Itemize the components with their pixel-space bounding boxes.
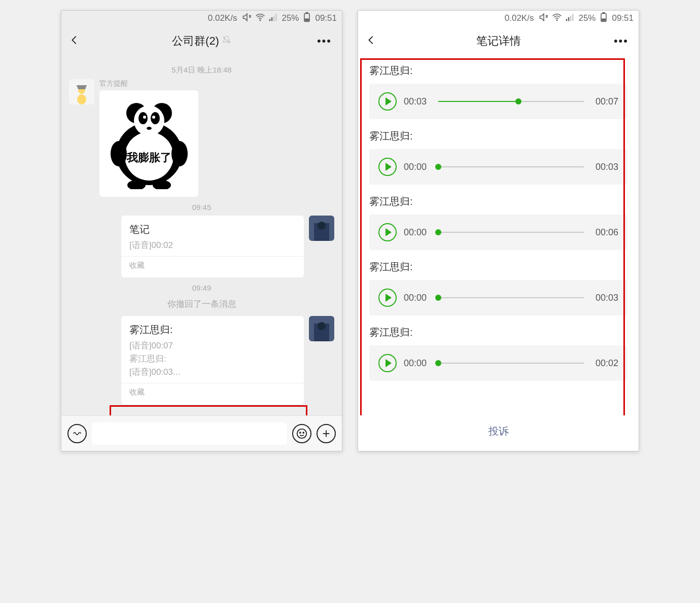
audio-current-time: 00:03	[404, 96, 431, 107]
svg-point-42	[557, 20, 558, 21]
note-line: [语音]00:02	[129, 239, 296, 251]
svg-rect-6	[276, 14, 277, 21]
signal-icon	[565, 12, 575, 25]
audio-track[interactable]	[438, 297, 584, 298]
play-button[interactable]	[378, 289, 397, 307]
audio-player[interactable]: 00:00 00:03	[369, 149, 627, 185]
message-input[interactable]	[92, 422, 287, 445]
back-button[interactable]	[366, 33, 377, 49]
wifi-icon	[552, 12, 562, 25]
chat-title: 公司群(2)	[172, 33, 219, 49]
audio-block: 雾江思归: 00:00 00:06	[369, 195, 627, 250]
note-title: 雾江思归:	[129, 323, 296, 337]
sender-name: 官方提醒	[99, 79, 198, 88]
svg-point-21	[143, 116, 146, 119]
audio-track[interactable]	[438, 363, 584, 364]
note-card-highlighted[interactable]: 雾江思归: [语音]00:07 雾江思归: [语音]00:03... 收藏	[121, 316, 304, 404]
svg-rect-46	[573, 14, 574, 21]
svg-point-35	[297, 429, 306, 438]
message-row: 笔记 [语音]00:02 收藏	[69, 216, 334, 277]
status-bar: 0.02K/s 25% 09:51	[358, 11, 639, 26]
audio-sender: 雾江思归:	[369, 326, 627, 339]
audio-block: 雾江思归: 00:00 00:02	[369, 326, 627, 381]
audio-sender: 雾江思归:	[369, 64, 627, 78]
svg-rect-3	[269, 19, 271, 21]
svg-rect-5	[273, 15, 275, 21]
emoji-button[interactable]	[292, 424, 311, 443]
chat-body: 5月4日 晚上18:48 官方提醒	[61, 56, 342, 415]
audio-player[interactable]: 00:00 00:02	[369, 345, 627, 381]
note-card[interactable]: 笔记 [语音]00:02 收藏	[121, 216, 304, 277]
sticker-image[interactable]: 我膨胀了	[99, 90, 198, 197]
avatar[interactable]	[309, 316, 334, 341]
back-button[interactable]	[69, 33, 80, 49]
audio-block: 雾江思归: 00:00 00:03	[369, 129, 627, 185]
more-button[interactable]: •••	[614, 34, 628, 48]
plus-button[interactable]	[317, 424, 336, 443]
note-line: [语音]00:03...	[129, 366, 296, 378]
audio-block: 雾江思归: 00:00 00:03	[369, 260, 627, 315]
system-message: 你撤回了一条消息	[69, 298, 334, 310]
status-time: 09:51	[315, 13, 337, 23]
svg-point-13	[77, 94, 86, 104]
note-title: 笔记	[129, 223, 296, 236]
status-bar: 0.02K/s 25% 09:51	[61, 11, 342, 26]
input-bar	[61, 415, 342, 451]
audio-player[interactable]: 00:00 00:03	[369, 280, 627, 315]
audio-track[interactable]	[438, 101, 584, 102]
detail-title: 笔记详情	[476, 33, 521, 49]
battery-icon	[302, 12, 312, 25]
audio-sender: 雾江思归:	[369, 195, 627, 208]
audio-track[interactable]	[438, 232, 584, 233]
svg-text:我膨胀了: 我膨胀了	[126, 151, 171, 164]
svg-point-20	[151, 112, 160, 124]
avatar[interactable]	[309, 216, 334, 241]
mute-icon	[242, 12, 252, 25]
svg-rect-44	[568, 17, 570, 21]
note-line: 雾江思归:	[129, 353, 296, 365]
status-time: 09:51	[612, 13, 634, 23]
audio-thumb[interactable]	[435, 229, 441, 235]
play-button[interactable]	[378, 354, 397, 372]
timestamp: 09:45	[69, 203, 334, 211]
play-button[interactable]	[378, 92, 397, 111]
audio-player[interactable]: 00:00 00:06	[369, 215, 627, 250]
svg-point-2	[260, 20, 261, 21]
network-speed: 0.02K/s	[208, 13, 237, 23]
audio-thumb[interactable]	[435, 360, 441, 366]
audio-thumb[interactable]	[435, 164, 441, 170]
note-source: 收藏	[129, 387, 296, 397]
svg-point-19	[138, 112, 148, 124]
note-source: 收藏	[129, 261, 296, 270]
voice-input-button[interactable]	[67, 424, 87, 443]
chat-screen: 0.02K/s 25% 09:51 公司群(2) ••• 5月4日 晚上18:4…	[61, 10, 342, 451]
svg-rect-45	[570, 15, 572, 21]
audio-sender: 雾江思归:	[369, 129, 627, 143]
audio-thumb[interactable]	[435, 295, 441, 301]
svg-rect-49	[602, 19, 606, 20]
network-speed: 0.02K/s	[505, 13, 534, 23]
more-button[interactable]: •••	[317, 34, 332, 48]
audio-player[interactable]: 00:03 00:07	[369, 84, 627, 119]
svg-point-37	[303, 432, 304, 433]
play-button[interactable]	[378, 223, 397, 241]
avatar[interactable]	[69, 79, 94, 104]
audio-track[interactable]	[438, 166, 584, 167]
svg-rect-43	[566, 19, 568, 21]
audio-total-time: 00:06	[591, 227, 618, 238]
complain-link[interactable]: 投诉	[358, 415, 639, 451]
timestamp: 5月4日 晚上18:48	[69, 65, 334, 75]
chat-header: 公司群(2) •••	[61, 26, 342, 56]
play-button[interactable]	[378, 158, 397, 176]
svg-point-25	[171, 141, 188, 166]
wifi-icon	[255, 12, 265, 25]
svg-point-23	[147, 127, 152, 130]
audio-total-time: 00:03	[591, 293, 618, 303]
audio-sender: 雾江思归:	[369, 260, 627, 274]
audio-current-time: 00:00	[404, 227, 431, 238]
svg-rect-9	[305, 19, 309, 20]
audio-current-time: 00:00	[404, 162, 431, 172]
audio-thumb[interactable]	[515, 98, 521, 104]
battery-icon	[599, 12, 609, 25]
audio-total-time: 00:02	[591, 358, 618, 369]
